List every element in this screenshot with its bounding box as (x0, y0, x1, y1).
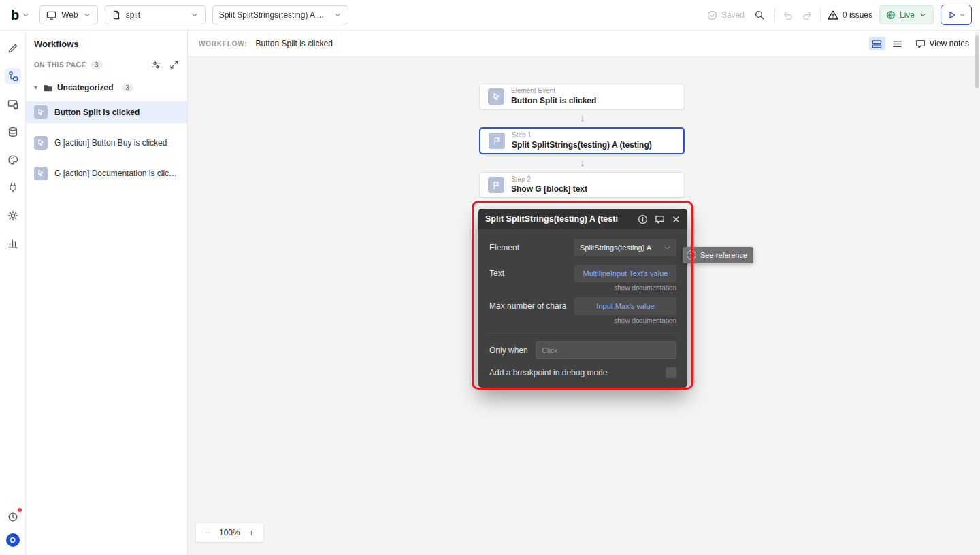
search-button[interactable] (751, 7, 768, 23)
flow-arrow-icon: ↓ (577, 156, 588, 168)
folder-icon (43, 83, 53, 93)
flow-arrow-icon: ↓ (577, 112, 588, 123)
event-icon (34, 136, 48, 150)
card-kind: Step 1 (512, 131, 652, 140)
element-dropdown-value: SplitStrings(testing) A (580, 243, 651, 252)
workflow-tab[interactable] (5, 68, 21, 84)
card-title: Show G [block] text (511, 184, 587, 195)
on-this-page-row: ON THIS PAGE 3 (26, 60, 187, 70)
platform-label: Web (61, 10, 78, 20)
chevron-down-icon (22, 11, 30, 19)
comment-bubble-icon (655, 214, 665, 224)
element-dropdown[interactable]: SplitStrings(testing) A (574, 239, 676, 256)
event-icon (34, 167, 48, 180)
only-when-label: Only when (489, 346, 536, 355)
workflow-item-label: G [action] Button Buy is clicked (54, 138, 167, 148)
left-icon-rail: O (0, 31, 26, 555)
workflows-panel-title: Workflows (26, 39, 187, 49)
zoom-in-button[interactable]: + (247, 527, 257, 538)
workflow-dropdown[interactable]: Split SplitStrings(testing) A ... (212, 5, 348, 24)
settings-tab[interactable] (5, 207, 21, 224)
bubble-logo: b (11, 8, 19, 22)
text-expression-field[interactable]: MultilineInput Text's value (574, 265, 676, 282)
scrollbar-thumb[interactable] (975, 35, 979, 88)
redo-icon (802, 10, 813, 21)
workflow-item-label: Button Split is clicked (54, 107, 140, 117)
page-icon (112, 10, 121, 20)
zoom-out-button[interactable]: − (203, 527, 212, 538)
event-icon (34, 105, 48, 119)
show-documentation-link[interactable]: show documentation (489, 317, 676, 324)
popup-header[interactable]: Split SplitStrings(testing) A (testi (478, 209, 687, 229)
view-notes-button[interactable]: View notes (915, 39, 969, 49)
responsive-tab[interactable] (5, 96, 21, 112)
folder-name: Uncategorized (57, 83, 114, 92)
view-mode-cards-button[interactable] (869, 37, 885, 50)
user-avatar[interactable]: O (6, 533, 20, 547)
check-circle-icon (707, 10, 717, 20)
bubble-logo-menu[interactable]: b (8, 8, 33, 22)
divider (489, 333, 676, 333)
page-dropdown[interactable]: split (105, 5, 206, 24)
platform-dropdown[interactable]: Web (39, 5, 97, 24)
gear-icon (7, 210, 18, 221)
design-tab[interactable] (5, 40, 21, 56)
workflow-canvas[interactable]: Element Event Button Split is clicked ↓ … (188, 57, 980, 555)
folder-uncategorized[interactable]: ▼ Uncategorized 3 (26, 78, 187, 97)
note-bubble-icon (915, 39, 926, 49)
styles-tab[interactable] (5, 152, 21, 168)
show-documentation-link[interactable]: show documentation (489, 284, 676, 292)
page-label: split (126, 10, 186, 20)
view-mode-list-button[interactable] (889, 37, 906, 50)
breakpoint-label: Add a breakpoint in debug mode (489, 368, 666, 377)
popup-title: Split SplitStrings(testing) A (testi (485, 214, 631, 224)
plugins-tab[interactable] (5, 180, 21, 196)
issues-button[interactable]: 0 issues (828, 10, 872, 20)
workflow-dropdown-label: Split SplitStrings(testing) A ... (219, 10, 324, 20)
list-view-icon (892, 39, 902, 49)
notification-dot (18, 508, 22, 512)
data-tab[interactable] (5, 124, 21, 140)
play-icon (947, 10, 957, 20)
pencil-icon (7, 43, 18, 54)
info-button[interactable] (638, 214, 648, 224)
workflow-card-step1[interactable]: Step 1 Split SplitStrings(testing) A (te… (479, 127, 685, 154)
redo-button[interactable] (802, 10, 813, 21)
logs-tab[interactable] (5, 235, 21, 252)
workflow-card-event[interactable]: Element Event Button Split is clicked (479, 84, 685, 110)
close-button[interactable] (672, 215, 681, 224)
workflow-header-name: Button Split is clicked (255, 39, 332, 48)
version-help-button[interactable] (5, 509, 21, 525)
canvas-header: WORKFLOW: Button Split is clicked View n… (188, 31, 980, 57)
workflow-list-item[interactable]: G [action] Documentation is click... (26, 163, 187, 184)
comment-button[interactable] (655, 214, 665, 224)
max-chars-expression-field[interactable]: Input Max's value (574, 297, 676, 315)
max-chars-label: Max number of chara (489, 301, 574, 311)
workflow-list-item[interactable]: Button Split is clicked (26, 101, 187, 123)
undo-button[interactable] (782, 10, 794, 21)
saved-indicator: Saved (707, 10, 745, 20)
expand-button[interactable] (169, 60, 179, 70)
search-icon (754, 10, 765, 20)
divider (820, 8, 821, 22)
card-title: Split SplitStrings(testing) A (testing) (512, 140, 652, 150)
environment-dropdown[interactable]: Live (879, 5, 934, 24)
folder-count: 3 (122, 84, 134, 92)
see-reference-tooltip[interactable]: ? See reference (683, 247, 753, 263)
chart-bars-icon (7, 238, 18, 249)
only-when-input[interactable] (536, 341, 676, 359)
breakpoint-checkbox[interactable] (666, 367, 676, 378)
database-icon (7, 127, 18, 137)
see-reference-label: See reference (700, 251, 747, 259)
topbar: b Web split Split SplitStrings(testing) … (0, 0, 980, 31)
preview-button[interactable] (941, 5, 972, 25)
workflows-panel: Workflows ON THIS PAGE 3 ▼ Uncategorized… (26, 31, 188, 555)
scrollbar-track[interactable] (975, 31, 979, 554)
chevron-down-icon (919, 11, 927, 19)
filter-button[interactable] (151, 60, 161, 70)
workflow-list-item[interactable]: G [action] Button Buy is clicked (26, 132, 187, 154)
chevron-down-icon (83, 11, 91, 19)
workflow-card-step2[interactable]: Step 2 Show G [block] text (479, 172, 685, 198)
responsive-icon (7, 99, 18, 110)
saved-label: Saved (721, 10, 745, 20)
